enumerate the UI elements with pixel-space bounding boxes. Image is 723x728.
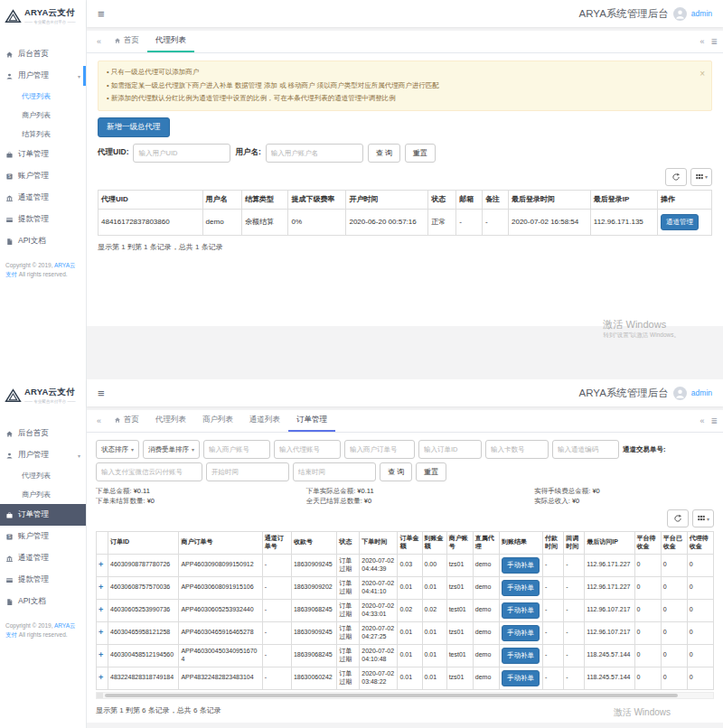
avatar[interactable]: [673, 387, 687, 400]
end-time-input[interactable]: [293, 462, 376, 481]
home-icon: [5, 430, 14, 438]
sidebar-item-withdraw-management[interactable]: 提款管理: [0, 569, 86, 591]
scroll-tabs-left-icon[interactable]: [700, 37, 704, 46]
stat-actual-amount: 下单实际总金额: ¥0.11: [306, 487, 522, 496]
sidebar-item-home[interactable]: 后台首页: [0, 423, 86, 444]
sidebar-item-api-docs[interactable]: API文档: [0, 591, 86, 612]
merchant-account-input[interactable]: [203, 440, 270, 459]
manual-supplement-button[interactable]: 手动补单: [502, 602, 540, 619]
agent-account-input[interactable]: [274, 440, 341, 459]
sidebar-item-agent-list[interactable]: 代理列表: [0, 87, 86, 106]
scrollbar-thumb[interactable]: [105, 694, 678, 697]
tab-order-management[interactable]: 订单管理: [288, 410, 335, 432]
table-row: 46030608757570036APP46030608091915106-18…: [97, 576, 714, 599]
tab-agent-list[interactable]: 代理列表: [147, 410, 194, 432]
start-time-input[interactable]: [206, 462, 289, 481]
refresh-icon: [671, 173, 681, 182]
expand-row-icon[interactable]: [99, 673, 103, 682]
sidebar-item-user-management[interactable]: 用户管理: [0, 65, 86, 87]
agent-uid-input[interactable]: [133, 144, 230, 163]
logo-tagline: —— 专业聚合支付平台 ——: [24, 20, 76, 24]
columns-button[interactable]: [692, 509, 714, 527]
tab-home[interactable]: 首页: [106, 410, 147, 432]
admin-user-link[interactable]: admin: [691, 9, 712, 18]
manual-supplement-button[interactable]: 手动补单: [502, 557, 540, 574]
svg-text:S: S: [8, 174, 11, 179]
tab-channel-list[interactable]: 通道列表: [241, 410, 288, 432]
refresh-button[interactable]: [667, 509, 689, 527]
order-type-sort-select[interactable]: 消费受单排序: [143, 440, 200, 459]
status-sort-select[interactable]: 状态排序: [96, 440, 139, 459]
home-icon: [114, 416, 121, 424]
sidebar-item-merchant-list[interactable]: 商户列表: [0, 485, 86, 504]
close-icon[interactable]: [700, 65, 705, 83]
sidebar-item-channel-management[interactable]: 通道管理: [0, 547, 86, 569]
pagination-summary: 显示第 1 到第 1 条记录，总共 1 条记录: [98, 242, 712, 252]
alert-line: 新添加的代理默认分红比例为通道管理中设置的比例，可在本条代理列表的通道管理中调整…: [107, 92, 693, 106]
manual-supplement-button[interactable]: 手动补单: [502, 625, 540, 641]
horizontal-scrollbar[interactable]: [96, 692, 714, 699]
hamburger-menu-icon[interactable]: [98, 387, 105, 400]
hamburger-menu-icon[interactable]: [98, 7, 105, 21]
expand-row-icon[interactable]: [99, 628, 103, 637]
columns-button[interactable]: [690, 168, 712, 186]
logo-text: ARYA云支付: [24, 7, 76, 19]
reset-button[interactable]: 重置: [405, 144, 436, 163]
search-button[interactable]: 查 询: [368, 144, 400, 163]
sidebar-item-api-docs[interactable]: API文档: [0, 230, 86, 252]
tab-merchant-list[interactable]: 商户列表: [194, 410, 241, 432]
merchant-order-no-input[interactable]: [344, 440, 415, 459]
tab-bar: 首页 代理列表 商户列表 通道列表 订单管理: [87, 410, 723, 433]
document-icon: [5, 238, 14, 246]
manual-supplement-button[interactable]: 手动补单: [502, 580, 540, 596]
expand-row-icon[interactable]: [99, 560, 103, 569]
channel-manage-button[interactable]: 通道管理: [661, 214, 699, 230]
top-navbar: ARYA系统管理后台 admin: [87, 379, 723, 406]
sidebar-item-merchant-list[interactable]: 商户列表: [0, 106, 86, 125]
notice-alert: 只有一级总代理可以添加商户 如需指定某一级总代理旗下商户进入补单 数据管理 添加…: [98, 61, 712, 111]
username-label: 用户名:: [235, 147, 260, 158]
order-filter-bar-row1: 状态排序 消费受单排序 通道交易单号:: [96, 440, 714, 459]
pagination-summary: 显示第 1 到第 6 条记录，总共 6 条记录: [96, 705, 714, 715]
sidebar-item-account-management[interactable]: S 账户管理: [0, 526, 86, 547]
brand-logo[interactable]: ARYA云支付 —— 专业聚合支付平台 ——: [0, 0, 86, 31]
refresh-button[interactable]: [665, 168, 687, 186]
collapse-tabs-icon[interactable]: [92, 31, 106, 52]
collapse-tabs-icon[interactable]: [92, 410, 106, 432]
card-icon: [5, 216, 14, 224]
reset-button[interactable]: 重置: [416, 462, 446, 481]
manual-supplement-button[interactable]: 手动补单: [502, 648, 540, 664]
sidebar-item-settlement-list[interactable]: 结算列表: [0, 125, 86, 144]
avatar[interactable]: [673, 7, 687, 21]
brand-logo[interactable]: ARYA云支付 —— 专业聚合支付平台 ——: [0, 379, 86, 410]
channel-code-input[interactable]: [552, 440, 619, 459]
sidebar-item-order-management[interactable]: 订单管理: [0, 504, 86, 526]
sidebar-item-account-management[interactable]: S 账户管理: [0, 165, 86, 187]
add-top-agent-button[interactable]: 新增一级总代理: [98, 117, 170, 137]
manual-supplement-button[interactable]: 手动补单: [502, 670, 540, 686]
logo-triangle-icon: [5, 9, 22, 23]
username-input[interactable]: [266, 144, 363, 163]
sidebar-item-agent-list[interactable]: 代理列表: [0, 466, 86, 485]
pay-account-input[interactable]: [96, 462, 202, 481]
sidebar-item-order-management[interactable]: 订单管理: [0, 144, 86, 165]
sidebar-item-channel-management[interactable]: 通道管理: [0, 187, 86, 209]
sidebar-item-home[interactable]: 后台首页: [0, 43, 86, 65]
expand-row-icon[interactable]: [99, 605, 103, 614]
tab-home[interactable]: 首页: [106, 31, 147, 52]
tab-agent-list[interactable]: 代理列表: [147, 31, 194, 52]
card-number-input[interactable]: [485, 440, 549, 459]
tab-list-menu-icon[interactable]: [710, 416, 718, 425]
user-icon: [5, 72, 14, 80]
copyright: Copyright © 2019, ARYA云支付 All rights res…: [0, 612, 86, 649]
order-id-input[interactable]: [418, 440, 482, 459]
stat-fee-amount: 实得手续费总金额: ¥0: [534, 487, 714, 496]
sidebar-item-withdraw-management[interactable]: 提款管理: [0, 209, 86, 230]
scroll-tabs-left-icon[interactable]: [700, 416, 704, 425]
expand-row-icon[interactable]: [99, 583, 103, 592]
expand-row-icon[interactable]: [99, 650, 103, 659]
search-button[interactable]: 查 询: [380, 462, 412, 481]
admin-user-link[interactable]: admin: [691, 388, 712, 397]
sidebar-item-user-management[interactable]: 用户管理: [0, 444, 86, 466]
tab-list-menu-icon[interactable]: [710, 37, 718, 46]
